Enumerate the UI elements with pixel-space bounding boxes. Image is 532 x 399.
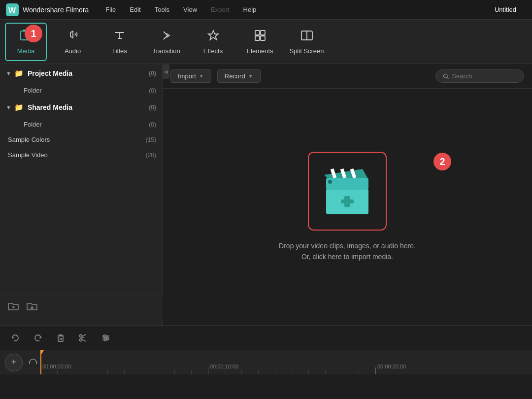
toolbar-elements[interactable]: Elements (239, 23, 281, 61)
sample-video-label: Sample Video (8, 151, 146, 159)
effects-icon (206, 29, 220, 44)
undo-icon (10, 333, 20, 343)
shared-media-count: (0) (149, 104, 156, 111)
settings-button[interactable] (99, 331, 113, 345)
sidebar-item-sample-video[interactable]: Sample Video (20) (0, 147, 162, 163)
drop-zone[interactable]: Drop your video clips, images, or audio … (163, 89, 532, 325)
sample-colors-count: (15) (146, 136, 156, 143)
project-media-label: Project Media (28, 69, 149, 77)
main-content: ▼ 📁 Project Media (0) Folder (0) ▼ 📁 Sha… (0, 64, 532, 325)
scissors-icon (78, 333, 88, 343)
svg-rect-6 (255, 36, 260, 40)
sidebar-item-project-media[interactable]: ▼ 📁 Project Media (0) (0, 64, 162, 83)
record-button[interactable]: Record ▼ (217, 69, 261, 83)
ruler-tick (174, 371, 175, 374)
svg-point-35 (103, 335, 105, 337)
svg-rect-17 (341, 200, 354, 203)
timeline-toolbar (0, 325, 532, 350)
time-marker-10: 00:00:10:00 (210, 364, 238, 369)
record-chevron-icon: ▼ (248, 73, 253, 79)
svg-point-23 (328, 180, 332, 184)
add-track-button[interactable]: + (5, 354, 23, 371)
svg-rect-5 (261, 31, 265, 35)
toolbar-audio-label: Audio (65, 47, 81, 55)
svg-rect-4 (255, 31, 260, 35)
toolbar-transition[interactable]: Transition (145, 23, 187, 61)
import-button[interactable]: Import ▼ (170, 69, 211, 83)
app-name: Wondershare Filmora (23, 6, 89, 14)
new-folder-icon[interactable] (8, 301, 19, 314)
ruler-tick (258, 371, 259, 374)
svg-point-13 (443, 74, 447, 78)
ruler-tick (275, 371, 275, 374)
svg-rect-18 (326, 178, 368, 190)
delete-button[interactable] (53, 331, 68, 345)
sidebar-resize[interactable]: ◀ (163, 64, 169, 79)
toolbar-split-screen[interactable]: Split Screen (286, 23, 328, 61)
menu-help[interactable]: Help (241, 5, 259, 14)
menu-tools[interactable]: Tools (153, 5, 171, 14)
shared-folder-label: Folder (24, 121, 149, 128)
timeline-ruler: + 00:00:00:00 00:00:10:00 00:00:20:00 (0, 350, 532, 374)
playhead[interactable] (40, 350, 41, 374)
audio-icon (66, 29, 80, 44)
loop-icon (29, 358, 37, 367)
project-folder-label: Folder (24, 87, 149, 94)
ruler-tick (325, 371, 326, 374)
sidebar-bottom (0, 295, 163, 320)
menu-file[interactable]: File (103, 5, 118, 14)
cut-button[interactable] (76, 331, 91, 345)
toolbar-effects[interactable]: Effects (192, 23, 234, 61)
menu-view[interactable]: View (181, 5, 199, 14)
ruler-tick (107, 371, 108, 374)
settings-icon (101, 333, 111, 343)
project-media-count: (0) (149, 70, 156, 77)
svg-point-36 (106, 337, 108, 339)
window-title: Untitled (495, 6, 526, 13)
svg-rect-7 (261, 36, 265, 40)
svg-marker-3 (208, 31, 218, 40)
ruler-tick (241, 371, 242, 374)
elements-icon (253, 29, 267, 44)
search-input[interactable] (452, 72, 517, 80)
badge-1: 1 (25, 25, 42, 42)
ruler-tick (158, 371, 158, 374)
search-bar[interactable] (435, 69, 524, 83)
titles-icon (113, 29, 127, 44)
toolbar-titles[interactable]: Titles (99, 23, 140, 61)
menu-edit[interactable]: Edit (128, 5, 142, 14)
svg-line-31 (82, 337, 84, 338)
svg-line-29 (82, 334, 86, 336)
toolbar-audio[interactable]: Audio (52, 23, 94, 61)
svg-line-30 (82, 339, 86, 341)
undo-button[interactable] (8, 331, 23, 345)
sidebar-item-shared-media[interactable]: ▼ 📁 Shared Media (0) (0, 98, 162, 117)
sidebar-item-project-folder[interactable]: Folder (0) (0, 83, 162, 98)
loop-button[interactable] (26, 355, 40, 370)
folder-icon: 📁 (14, 69, 24, 78)
record-label: Record (225, 72, 245, 80)
ruler-track[interactable]: 00:00:00:00 00:00:10:00 00:00:20:00 (40, 350, 532, 374)
split-screen-icon (300, 29, 314, 44)
project-folder-count: (0) (149, 87, 156, 94)
ruler-tick (124, 371, 125, 374)
drop-icon-wrapper (308, 152, 387, 231)
ruler-tick (141, 371, 141, 374)
main-toolbar: Media Audio Titles Transition Effects El… (0, 20, 532, 64)
redo-button[interactable] (31, 331, 45, 345)
import-folder-icon[interactable] (27, 301, 37, 314)
app-logo: W (6, 3, 19, 16)
ruler-tick (208, 367, 208, 374)
media-panel-toolbar: Import ▼ Record ▼ (163, 64, 532, 89)
clapperboard-icon (320, 164, 374, 218)
menu-export: Export (209, 5, 232, 14)
svg-rect-24 (58, 336, 63, 341)
import-chevron-icon: ▼ (199, 73, 204, 79)
toolbar-media-label: Media (17, 47, 34, 55)
sample-colors-label: Sample Colors (8, 136, 146, 143)
sidebar-item-sample-colors[interactable]: Sample Colors (15) (0, 132, 162, 147)
sidebar: ▼ 📁 Project Media (0) Folder (0) ▼ 📁 Sha… (0, 64, 163, 325)
time-marker-20: 00:00:20:00 (377, 364, 406, 369)
time-marker-0: 00:00:00:00 (42, 364, 71, 369)
sidebar-item-shared-folder[interactable]: Folder (0) (0, 117, 162, 132)
